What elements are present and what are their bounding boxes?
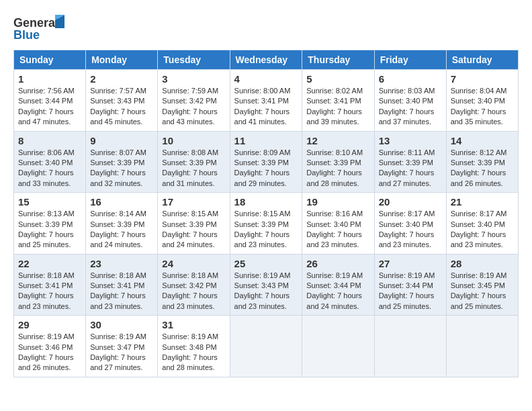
calendar-cell: 11Sunrise: 8:09 AMSunset: 3:39 PMDayligh… (230, 131, 302, 193)
day-info: Sunrise: 8:18 AMSunset: 3:41 PMDaylight:… (18, 271, 81, 312)
day-number: 6 (379, 73, 442, 85)
day-info: Sunrise: 8:16 AMSunset: 3:40 PMDaylight:… (306, 209, 369, 250)
day-number: 24 (162, 258, 225, 269)
day-number: 25 (234, 258, 298, 269)
day-info: Sunrise: 8:13 AMSunset: 3:39 PMDaylight:… (18, 209, 81, 250)
calendar-week-4: 22Sunrise: 8:18 AMSunset: 3:41 PMDayligh… (14, 254, 519, 316)
calendar-cell: 24Sunrise: 8:18 AMSunset: 3:42 PMDayligh… (158, 254, 230, 316)
day-info: Sunrise: 8:06 AMSunset: 3:40 PMDaylight:… (18, 148, 81, 189)
day-number: 14 (451, 135, 514, 146)
day-number: 23 (90, 258, 153, 269)
calendar-cell: 1Sunrise: 7:56 AMSunset: 3:44 PMDaylight… (14, 70, 86, 132)
day-number: 11 (234, 135, 298, 146)
calendar-cell: 6Sunrise: 8:03 AMSunset: 3:40 PMDaylight… (374, 70, 446, 132)
day-info: Sunrise: 7:56 AMSunset: 3:44 PMDaylight:… (18, 86, 81, 128)
day-info: Sunrise: 8:19 AMSunset: 3:45 PMDaylight:… (451, 271, 514, 312)
day-number: 7 (451, 73, 514, 85)
calendar-cell: 30Sunrise: 8:19 AMSunset: 3:47 PMDayligh… (86, 316, 158, 377)
day-number: 15 (18, 196, 81, 208)
calendar-cell: 27Sunrise: 8:19 AMSunset: 3:44 PMDayligh… (374, 254, 446, 316)
calendar-cell: 22Sunrise: 8:18 AMSunset: 3:41 PMDayligh… (14, 254, 86, 316)
calendar-cell: 19Sunrise: 8:16 AMSunset: 3:40 PMDayligh… (302, 193, 374, 255)
calendar-cell: 16Sunrise: 8:14 AMSunset: 3:39 PMDayligh… (86, 193, 158, 255)
day-info: Sunrise: 8:17 AMSunset: 3:40 PMDaylight:… (451, 209, 514, 250)
column-header-friday: Friday (374, 50, 446, 70)
day-info: Sunrise: 8:19 AMSunset: 3:46 PMDaylight:… (18, 332, 81, 373)
column-header-saturday: Saturday (446, 50, 518, 70)
calendar-week-5: 29Sunrise: 8:19 AMSunset: 3:46 PMDayligh… (14, 316, 519, 377)
calendar-cell: 13Sunrise: 8:11 AMSunset: 3:39 PMDayligh… (374, 131, 446, 193)
calendar-cell: 28Sunrise: 8:19 AMSunset: 3:45 PMDayligh… (446, 254, 518, 316)
calendar-header-row: SundayMondayTuesdayWednesdayThursdayFrid… (14, 50, 519, 70)
calendar-cell (230, 316, 302, 377)
calendar-cell (302, 316, 374, 377)
calendar-week-2: 8Sunrise: 8:06 AMSunset: 3:40 PMDaylight… (14, 131, 519, 193)
calendar-week-1: 1Sunrise: 7:56 AMSunset: 3:44 PMDaylight… (14, 70, 519, 132)
day-number: 12 (306, 135, 369, 146)
calendar-cell: 25Sunrise: 8:19 AMSunset: 3:43 PMDayligh… (230, 254, 302, 316)
logo: General Blue (13, 13, 67, 43)
day-number: 22 (18, 258, 81, 269)
day-info: Sunrise: 8:03 AMSunset: 3:40 PMDaylight:… (379, 86, 442, 128)
day-info: Sunrise: 8:18 AMSunset: 3:41 PMDaylight:… (90, 271, 153, 312)
day-number: 13 (379, 135, 442, 146)
calendar-cell: 20Sunrise: 8:17 AMSunset: 3:40 PMDayligh… (374, 193, 446, 255)
svg-text:General: General (13, 16, 58, 30)
day-info: Sunrise: 8:14 AMSunset: 3:39 PMDaylight:… (90, 209, 153, 250)
day-number: 27 (379, 258, 442, 269)
day-info: Sunrise: 8:17 AMSunset: 3:40 PMDaylight:… (379, 209, 442, 250)
column-header-tuesday: Tuesday (158, 50, 230, 70)
day-number: 28 (451, 258, 514, 269)
day-info: Sunrise: 8:00 AMSunset: 3:41 PMDaylight:… (234, 86, 298, 128)
day-info: Sunrise: 8:02 AMSunset: 3:41 PMDaylight:… (306, 86, 369, 128)
page-header: General Blue (13, 13, 519, 43)
day-info: Sunrise: 8:12 AMSunset: 3:39 PMDaylight:… (451, 148, 514, 189)
column-header-thursday: Thursday (302, 50, 374, 70)
day-info: Sunrise: 8:19 AMSunset: 3:43 PMDaylight:… (234, 271, 298, 312)
day-number: 31 (162, 319, 225, 330)
day-number: 17 (162, 196, 225, 208)
day-number: 9 (90, 135, 153, 146)
day-info: Sunrise: 8:04 AMSunset: 3:40 PMDaylight:… (451, 86, 514, 128)
day-number: 3 (162, 73, 225, 85)
calendar-cell: 29Sunrise: 8:19 AMSunset: 3:46 PMDayligh… (14, 316, 86, 377)
day-number: 18 (234, 196, 298, 208)
column-header-monday: Monday (86, 50, 158, 70)
column-header-sunday: Sunday (14, 50, 86, 70)
day-info: Sunrise: 7:59 AMSunset: 3:42 PMDaylight:… (162, 86, 225, 128)
day-number: 20 (379, 196, 442, 208)
day-number: 19 (306, 196, 369, 208)
day-info: Sunrise: 8:07 AMSunset: 3:39 PMDaylight:… (90, 148, 153, 189)
day-info: Sunrise: 8:19 AMSunset: 3:47 PMDaylight:… (90, 332, 153, 373)
day-info: Sunrise: 8:18 AMSunset: 3:42 PMDaylight:… (162, 271, 225, 312)
calendar-cell: 7Sunrise: 8:04 AMSunset: 3:40 PMDaylight… (446, 70, 518, 132)
calendar-table: SundayMondayTuesdayWednesdayThursdayFrid… (13, 50, 519, 377)
day-info: Sunrise: 8:15 AMSunset: 3:39 PMDaylight:… (234, 209, 298, 250)
day-info: Sunrise: 8:10 AMSunset: 3:39 PMDaylight:… (306, 148, 369, 189)
calendar-cell: 10Sunrise: 8:08 AMSunset: 3:39 PMDayligh… (158, 131, 230, 193)
calendar-cell: 31Sunrise: 8:19 AMSunset: 3:48 PMDayligh… (158, 316, 230, 377)
calendar-cell: 12Sunrise: 8:10 AMSunset: 3:39 PMDayligh… (302, 131, 374, 193)
svg-text:Blue: Blue (13, 28, 40, 42)
calendar-cell: 14Sunrise: 8:12 AMSunset: 3:39 PMDayligh… (446, 131, 518, 193)
column-header-wednesday: Wednesday (230, 50, 302, 70)
day-number: 26 (306, 258, 369, 269)
calendar-cell: 2Sunrise: 7:57 AMSunset: 3:43 PMDaylight… (86, 70, 158, 132)
calendar-cell: 21Sunrise: 8:17 AMSunset: 3:40 PMDayligh… (446, 193, 518, 255)
calendar-cell: 4Sunrise: 8:00 AMSunset: 3:41 PMDaylight… (230, 70, 302, 132)
day-number: 21 (451, 196, 514, 208)
calendar-cell (446, 316, 518, 377)
day-info: Sunrise: 8:15 AMSunset: 3:39 PMDaylight:… (162, 209, 225, 250)
day-info: Sunrise: 7:57 AMSunset: 3:43 PMDaylight:… (90, 86, 153, 128)
day-info: Sunrise: 8:19 AMSunset: 3:48 PMDaylight:… (162, 332, 225, 373)
day-number: 30 (90, 319, 153, 330)
day-number: 5 (306, 73, 369, 85)
calendar-cell: 5Sunrise: 8:02 AMSunset: 3:41 PMDaylight… (302, 70, 374, 132)
day-info: Sunrise: 8:11 AMSunset: 3:39 PMDaylight:… (379, 148, 442, 189)
calendar-cell: 8Sunrise: 8:06 AMSunset: 3:40 PMDaylight… (14, 131, 86, 193)
calendar-cell: 15Sunrise: 8:13 AMSunset: 3:39 PMDayligh… (14, 193, 86, 255)
day-number: 10 (162, 135, 225, 146)
calendar-cell: 3Sunrise: 7:59 AMSunset: 3:42 PMDaylight… (158, 70, 230, 132)
calendar-cell: 17Sunrise: 8:15 AMSunset: 3:39 PMDayligh… (158, 193, 230, 255)
calendar-week-3: 15Sunrise: 8:13 AMSunset: 3:39 PMDayligh… (14, 193, 519, 255)
